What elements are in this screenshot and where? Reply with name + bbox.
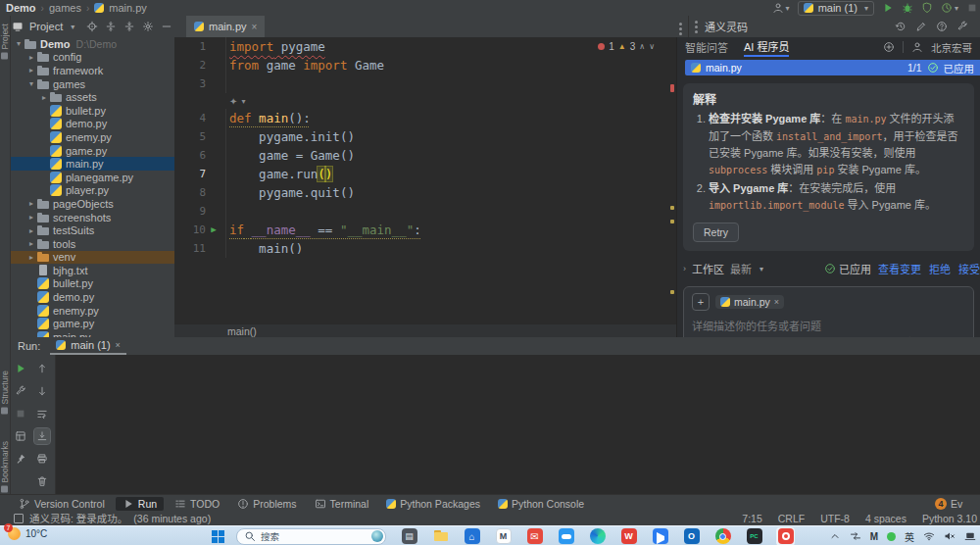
tree-chevron-icon[interactable]: ▾ [26, 79, 36, 88]
drag-handle-icon[interactable] [695, 21, 698, 33]
prev-error-icon[interactable]: ∧ [639, 42, 645, 51]
widgets-app-icon[interactable] [400, 527, 418, 545]
applied-file-bar[interactable]: main.py 1/1 已应用 [685, 60, 980, 75]
tree-chevron-icon[interactable]: ▾ [14, 39, 24, 48]
status-widget[interactable]: CRLF [778, 513, 805, 524]
help-button[interactable] [936, 21, 948, 32]
code-line-11[interactable]: 11 main() [174, 239, 676, 258]
workspace-link[interactable]: 接受 [958, 261, 980, 276]
tree-item-tools[interactable]: ▸tools [10, 237, 174, 251]
tree-chevron-icon[interactable]: ▸ [26, 253, 36, 262]
ime-indicator[interactable]: 英 [905, 529, 914, 544]
battery-icon[interactable] [964, 530, 976, 542]
tree-item-games[interactable]: ▾games [10, 77, 174, 91]
tree-item-assets[interactable]: ▸assets [10, 90, 174, 104]
settings-button[interactable] [142, 21, 154, 32]
retry-button[interactable]: Retry [693, 223, 739, 242]
print-button[interactable] [34, 451, 50, 467]
tree-item-config[interactable]: ▸config [10, 51, 174, 65]
breadcrumb-project[interactable]: Demo [6, 2, 36, 14]
run-tab-main[interactable]: main (1) × [50, 337, 126, 355]
code-editor[interactable]: 1import pygame2from game import Game3✦▾4… [174, 37, 676, 323]
inline-ai-widget[interactable]: ✦▾ [174, 93, 676, 109]
close-icon[interactable]: × [252, 22, 258, 32]
user-avatar-icon[interactable] [911, 41, 923, 53]
stop-button[interactable] [13, 406, 28, 421]
pycharm-app-icon[interactable] [745, 527, 763, 545]
add-context-button[interactable]: + [692, 293, 710, 311]
run-settings-button[interactable] [13, 383, 28, 399]
chevron-right-icon[interactable]: › [683, 264, 686, 273]
project-stripe-button[interactable]: Project [0, 24, 10, 59]
taskbar-search-box[interactable]: 搜索 [236, 528, 386, 545]
version-control-toolwindow[interactable]: Version Control [12, 497, 112, 511]
chrome-browser-icon[interactable] [713, 527, 732, 545]
tree-item-planegame-py[interactable]: planegame.py [10, 171, 174, 184]
code-line-7[interactable]: 7 game.run() [174, 165, 676, 183]
close-icon[interactable]: × [774, 297, 779, 307]
tab-smart-qa[interactable]: 智能问答 [685, 39, 728, 55]
outlook-icon[interactable] [682, 527, 701, 545]
history-button[interactable] [895, 21, 906, 32]
tree-item-bullet-py[interactable]: bullet.py [10, 277, 174, 291]
send-app-icon[interactable] [651, 527, 669, 545]
collapse-all-button[interactable] [123, 21, 135, 32]
status-widget[interactable]: 4 spaces [865, 513, 906, 524]
expand-all-button[interactable] [105, 21, 117, 32]
code-line-3[interactable]: 3 [174, 74, 676, 93]
tree-item-demo-py[interactable]: demo.py [10, 118, 174, 131]
tree-item-testSuits[interactable]: ▸testSuits [10, 223, 174, 237]
tree-chevron-icon[interactable]: ▸ [26, 53, 36, 62]
tree-item-game-py[interactable]: game.py [10, 144, 174, 158]
tree-item-screenshots[interactable]: ▸screenshots [10, 211, 174, 224]
user-menu-button[interactable]: ▾ [772, 2, 790, 14]
status-widget[interactable]: Python 3.10 [922, 513, 977, 524]
tree-chevron-icon[interactable]: ▸ [26, 239, 36, 248]
search-highlight-avatar[interactable] [371, 530, 383, 542]
status-widget[interactable]: 7:15 [742, 513, 761, 524]
debug-button[interactable] [902, 2, 913, 14]
soft-wrap-button[interactable] [34, 406, 50, 421]
cloud-app-icon[interactable] [557, 527, 575, 545]
run-line-icon[interactable]: ▶ [206, 221, 221, 239]
tree-chevron-icon[interactable]: ▸ [26, 66, 36, 74]
editor-tab-main-py[interactable]: main.py × [186, 16, 265, 37]
hide-panel-button[interactable] [161, 21, 172, 32]
code-line-2[interactable]: 2from game import Game [174, 56, 676, 74]
todo-toolwindow[interactable]: TODO [168, 497, 226, 511]
pin-tab-button[interactable] [13, 451, 28, 467]
wps-office-icon[interactable] [619, 527, 638, 545]
breadcrumb-file[interactable]: main.py [109, 2, 147, 14]
tree-chevron-icon[interactable]: ▸ [39, 93, 49, 102]
tree-item-game-py[interactable]: game.py [10, 317, 174, 330]
tree-item-pageObjects[interactable]: ▸pageObjects [10, 197, 174, 211]
username[interactable]: 北京宏哥 [931, 40, 972, 55]
run-button[interactable] [882, 2, 894, 14]
tree-item-demo-py[interactable]: demo.py [10, 290, 174, 304]
workspace-label[interactable]: 工作区 [692, 261, 724, 276]
code-line-9[interactable]: 9 [174, 202, 676, 221]
event-log-badge[interactable]: 4 [935, 498, 947, 510]
windows-start-button[interactable] [212, 530, 224, 543]
breadcrumb-folder[interactable]: games [49, 2, 81, 14]
workspace-sort[interactable]: 最新 [730, 261, 752, 276]
warning-stripe-mark[interactable] [670, 220, 674, 223]
code-line-6[interactable]: 6 game = Game() [174, 146, 676, 165]
code-line-4[interactable]: 4def main(): [174, 109, 676, 127]
coverage-button[interactable] [921, 2, 933, 14]
sync-icon[interactable] [850, 530, 861, 542]
warning-stripe-mark[interactable] [670, 206, 674, 210]
python-console-toolwindow[interactable]: Python Console [491, 497, 591, 511]
run-configuration-select[interactable]: main (1) ▾ [798, 1, 874, 16]
clear-all-button[interactable] [34, 473, 50, 489]
new-chat-button[interactable] [915, 21, 927, 32]
tree-item-player-py[interactable]: player.py [10, 184, 174, 198]
error-stripe-mark[interactable] [670, 84, 674, 92]
tree-item-enemy-py[interactable]: enemy.py [10, 130, 174, 144]
m-app-icon[interactable] [494, 527, 513, 545]
hidden-icons-chevron-icon[interactable] [829, 530, 841, 542]
inspection-widget[interactable]: 1 ▲ 3 ∧ ∨ [598, 41, 655, 52]
code-line-5[interactable]: 5 pygame.init() [174, 127, 676, 146]
select-opened-file-button[interactable] [86, 21, 98, 32]
tree-item-framework[interactable]: ▸framework [10, 64, 174, 77]
